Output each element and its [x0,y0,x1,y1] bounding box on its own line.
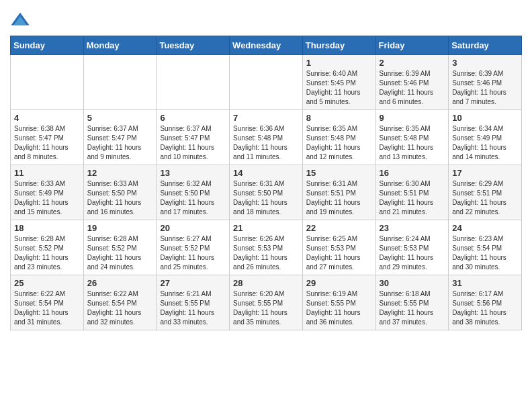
day-info: Sunrise: 6:39 AM Sunset: 5:46 PM Dayligh… [380,69,445,107]
header [10,7,522,30]
calendar-cell: 25Sunrise: 6:22 AM Sunset: 5:54 PM Dayli… [11,275,84,330]
calendar-cell: 15Sunrise: 6:31 AM Sunset: 5:51 PM Dayli… [302,165,375,220]
day-info: Sunrise: 6:24 AM Sunset: 5:53 PM Dayligh… [380,234,445,272]
calendar-cell: 12Sunrise: 6:33 AM Sunset: 5:50 PM Dayli… [83,165,157,220]
day-number: 14 [233,168,299,178]
calendar-cell: 23Sunrise: 6:24 AM Sunset: 5:53 PM Dayli… [375,220,449,275]
calendar-cell: 1Sunrise: 6:40 AM Sunset: 5:45 PM Daylig… [302,55,375,110]
day-info: Sunrise: 6:23 AM Sunset: 5:54 PM Dayligh… [452,234,518,272]
day-info: Sunrise: 6:38 AM Sunset: 5:47 PM Dayligh… [14,124,80,162]
day-number: 6 [160,113,226,123]
day-number: 9 [380,113,445,123]
day-info: Sunrise: 6:37 AM Sunset: 5:47 PM Dayligh… [87,124,153,162]
day-info: Sunrise: 6:25 AM Sunset: 5:53 PM Dayligh… [306,234,372,272]
calendar-cell [230,55,303,110]
calendar-cell: 24Sunrise: 6:23 AM Sunset: 5:54 PM Dayli… [449,220,522,275]
day-number: 20 [160,223,226,233]
calendar-cell: 17Sunrise: 6:29 AM Sunset: 5:51 PM Dayli… [449,165,522,220]
day-info: Sunrise: 6:31 AM Sunset: 5:51 PM Dayligh… [306,179,372,217]
day-info: Sunrise: 6:34 AM Sunset: 5:49 PM Dayligh… [452,124,518,162]
calendar-header-saturday: Saturday [449,36,522,55]
day-number: 3 [452,58,518,68]
day-number: 28 [233,278,299,288]
calendar-cell: 6Sunrise: 6:37 AM Sunset: 5:47 PM Daylig… [157,110,230,165]
day-info: Sunrise: 6:22 AM Sunset: 5:54 PM Dayligh… [87,289,153,327]
calendar-week-row: 1Sunrise: 6:40 AM Sunset: 5:45 PM Daylig… [11,55,522,110]
calendar-cell: 31Sunrise: 6:17 AM Sunset: 5:56 PM Dayli… [449,275,522,330]
calendar-cell [11,55,84,110]
day-number: 13 [160,168,226,178]
calendar-cell: 11Sunrise: 6:33 AM Sunset: 5:49 PM Dayli… [11,165,84,220]
calendar-cell: 2Sunrise: 6:39 AM Sunset: 5:46 PM Daylig… [375,55,449,110]
day-number: 17 [452,168,518,178]
day-number: 2 [380,58,445,68]
day-info: Sunrise: 6:20 AM Sunset: 5:55 PM Dayligh… [233,289,299,327]
day-number: 12 [87,168,153,178]
calendar-cell: 4Sunrise: 6:38 AM Sunset: 5:47 PM Daylig… [11,110,84,165]
day-number: 11 [14,168,80,178]
calendar-header-sunday: Sunday [11,36,84,55]
calendar: SundayMondayTuesdayWednesdayThursdayFrid… [10,36,522,330]
day-number: 21 [233,223,299,233]
calendar-header-row: SundayMondayTuesdayWednesdayThursdayFrid… [11,36,522,55]
day-number: 24 [452,223,518,233]
day-info: Sunrise: 6:36 AM Sunset: 5:48 PM Dayligh… [233,124,299,162]
day-number: 26 [87,278,153,288]
day-number: 4 [14,113,80,123]
day-info: Sunrise: 6:32 AM Sunset: 5:50 PM Dayligh… [160,179,226,217]
page: SundayMondayTuesdayWednesdayThursdayFrid… [0,0,532,340]
calendar-cell: 27Sunrise: 6:21 AM Sunset: 5:55 PM Dayli… [157,275,230,330]
calendar-cell: 3Sunrise: 6:39 AM Sunset: 5:46 PM Daylig… [449,55,522,110]
day-number: 27 [160,278,226,288]
calendar-cell: 18Sunrise: 6:28 AM Sunset: 5:52 PM Dayli… [11,220,84,275]
day-info: Sunrise: 6:21 AM Sunset: 5:55 PM Dayligh… [160,289,226,327]
calendar-cell: 21Sunrise: 6:26 AM Sunset: 5:53 PM Dayli… [230,220,303,275]
day-number: 25 [14,278,80,288]
calendar-cell: 28Sunrise: 6:20 AM Sunset: 5:55 PM Dayli… [230,275,303,330]
day-number: 15 [306,168,372,178]
calendar-cell: 14Sunrise: 6:31 AM Sunset: 5:50 PM Dayli… [230,165,303,220]
calendar-cell: 5Sunrise: 6:37 AM Sunset: 5:47 PM Daylig… [83,110,157,165]
day-info: Sunrise: 6:35 AM Sunset: 5:48 PM Dayligh… [306,124,372,162]
calendar-cell: 16Sunrise: 6:30 AM Sunset: 5:51 PM Dayli… [375,165,449,220]
calendar-cell: 13Sunrise: 6:32 AM Sunset: 5:50 PM Dayli… [157,165,230,220]
calendar-cell: 9Sunrise: 6:35 AM Sunset: 5:48 PM Daylig… [375,110,449,165]
day-info: Sunrise: 6:33 AM Sunset: 5:50 PM Dayligh… [87,179,153,217]
calendar-header-wednesday: Wednesday [230,36,303,55]
calendar-cell: 8Sunrise: 6:35 AM Sunset: 5:48 PM Daylig… [302,110,375,165]
day-info: Sunrise: 6:27 AM Sunset: 5:52 PM Dayligh… [160,234,226,272]
calendar-cell: 7Sunrise: 6:36 AM Sunset: 5:48 PM Daylig… [230,110,303,165]
day-info: Sunrise: 6:17 AM Sunset: 5:56 PM Dayligh… [452,289,518,327]
day-number: 31 [452,278,518,288]
calendar-cell: 30Sunrise: 6:18 AM Sunset: 5:55 PM Dayli… [375,275,449,330]
day-info: Sunrise: 6:40 AM Sunset: 5:45 PM Dayligh… [306,69,372,107]
day-number: 16 [380,168,445,178]
day-info: Sunrise: 6:39 AM Sunset: 5:46 PM Dayligh… [452,69,518,107]
calendar-header-friday: Friday [375,36,449,55]
day-number: 22 [306,223,372,233]
calendar-header-thursday: Thursday [302,36,375,55]
day-number: 7 [233,113,299,123]
logo-icon [10,10,30,30]
calendar-cell: 10Sunrise: 6:34 AM Sunset: 5:49 PM Dayli… [449,110,522,165]
day-number: 18 [14,223,80,233]
day-info: Sunrise: 6:35 AM Sunset: 5:48 PM Dayligh… [380,124,445,162]
day-number: 23 [380,223,445,233]
calendar-week-row: 18Sunrise: 6:28 AM Sunset: 5:52 PM Dayli… [11,220,522,275]
day-info: Sunrise: 6:29 AM Sunset: 5:51 PM Dayligh… [452,179,518,217]
calendar-cell [83,55,157,110]
calendar-header-monday: Monday [83,36,157,55]
day-info: Sunrise: 6:22 AM Sunset: 5:54 PM Dayligh… [14,289,80,327]
day-info: Sunrise: 6:30 AM Sunset: 5:51 PM Dayligh… [380,179,445,217]
day-info: Sunrise: 6:19 AM Sunset: 5:55 PM Dayligh… [306,289,372,327]
calendar-cell: 26Sunrise: 6:22 AM Sunset: 5:54 PM Dayli… [83,275,157,330]
day-number: 10 [452,113,518,123]
day-info: Sunrise: 6:28 AM Sunset: 5:52 PM Dayligh… [14,234,80,272]
calendar-week-row: 11Sunrise: 6:33 AM Sunset: 5:49 PM Dayli… [11,165,522,220]
day-number: 19 [87,223,153,233]
calendar-cell: 20Sunrise: 6:27 AM Sunset: 5:52 PM Dayli… [157,220,230,275]
day-info: Sunrise: 6:31 AM Sunset: 5:50 PM Dayligh… [233,179,299,217]
day-number: 5 [87,113,153,123]
calendar-week-row: 4Sunrise: 6:38 AM Sunset: 5:47 PM Daylig… [11,110,522,165]
calendar-cell [157,55,230,110]
